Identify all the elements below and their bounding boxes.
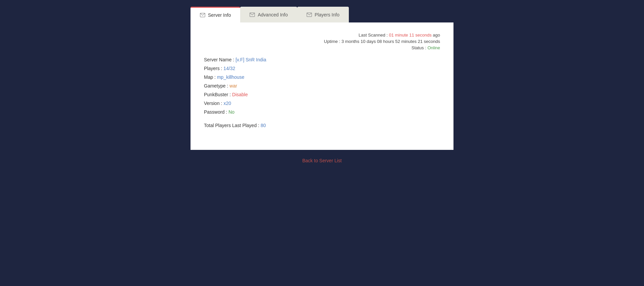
- content-panel: Last Scanned : 01 minute 11 seconds ago …: [191, 22, 453, 150]
- map-label: Map :: [204, 74, 216, 80]
- last-scanned-prefix: Last Scanned :: [359, 33, 388, 38]
- players-info-icon: [307, 12, 312, 17]
- uptime-prefix: Uptime :: [324, 39, 340, 44]
- uptime-value: 3 months 10 days 08 hours 52 minutes 21 …: [341, 39, 440, 44]
- last-scanned-row: Last Scanned : 01 minute 11 seconds ago: [204, 33, 440, 38]
- tab-advanced-info-label: Advanced Info: [258, 12, 288, 17]
- tab-advanced-info[interactable]: Advanced Info: [240, 7, 297, 22]
- status-value: Online: [427, 45, 440, 50]
- last-scanned-value: 01 minute 11 seconds: [389, 33, 431, 38]
- gametype-value: war: [229, 83, 237, 89]
- tab-players-info[interactable]: Players Info: [297, 7, 349, 22]
- scan-info: Last Scanned : 01 minute 11 seconds ago …: [204, 33, 440, 50]
- tab-players-info-label: Players Info: [315, 12, 339, 17]
- total-players-label: Total Players Last Played :: [204, 123, 259, 128]
- punkbuster-row: PunkBuster : Disable: [204, 92, 440, 97]
- back-link-container: Back to Server List: [191, 158, 453, 163]
- advanced-info-icon: [250, 12, 255, 17]
- status-prefix: Status :: [412, 45, 426, 50]
- map-row: Map : mp_killhouse: [204, 74, 440, 80]
- version-label: Version :: [204, 101, 222, 106]
- last-scanned-suffix: ago: [433, 33, 440, 38]
- players-value: 14/32: [223, 66, 235, 71]
- server-name-row: Server Name : [v.F] SnR India: [204, 57, 440, 62]
- gametype-row: Gametype : war: [204, 83, 440, 89]
- server-name-label: Server Name :: [204, 57, 234, 62]
- password-value: No: [228, 109, 234, 115]
- tab-server-info-label: Server Info: [208, 12, 231, 18]
- total-players-row: Total Players Last Played : 80: [204, 123, 440, 128]
- server-details: Server Name : [v.F] SnR India Players : …: [204, 57, 440, 115]
- server-info-icon: [200, 13, 205, 17]
- main-container: Server Info Advanced Info Players Info L…: [191, 7, 453, 163]
- password-label: Password :: [204, 109, 227, 115]
- map-value: mp_killhouse: [217, 74, 245, 80]
- password-row: Password : No: [204, 109, 440, 115]
- total-players-value: 80: [261, 123, 266, 128]
- players-row: Players : 14/32: [204, 66, 440, 71]
- players-label: Players :: [204, 66, 222, 71]
- punkbuster-label: PunkBuster :: [204, 92, 231, 97]
- status-row: Status : Online: [204, 45, 440, 50]
- tabs-container: Server Info Advanced Info Players Info: [191, 7, 453, 22]
- uptime-row: Uptime : 3 months 10 days 08 hours 52 mi…: [204, 39, 440, 44]
- server-name-value: [v.F] SnR India: [235, 57, 266, 62]
- punkbuster-value: Disable: [232, 92, 248, 97]
- gametype-label: Gametype :: [204, 83, 228, 89]
- tab-server-info[interactable]: Server Info: [191, 7, 240, 22]
- version-row: Version : x20: [204, 101, 440, 106]
- back-to-server-list-link[interactable]: Back to Server List: [302, 158, 342, 163]
- version-value: x20: [223, 101, 231, 106]
